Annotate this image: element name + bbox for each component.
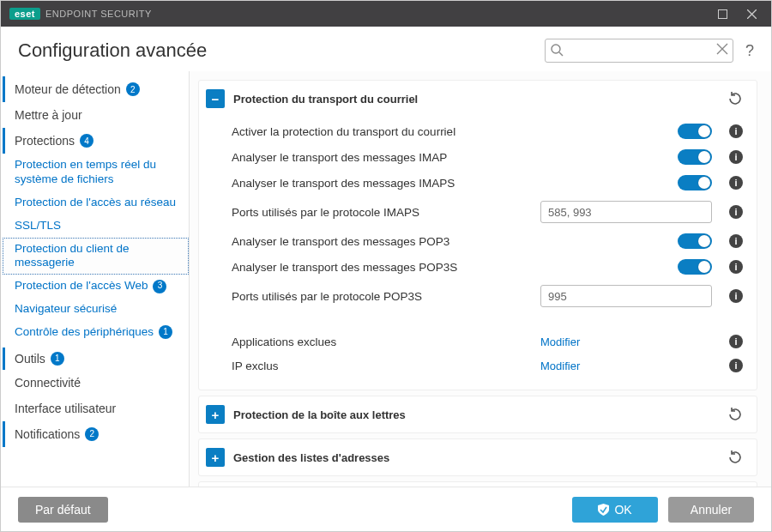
toggle-imap[interactable]	[678, 149, 712, 165]
titlebar: eset ENDPOINT SECURITY	[1, 1, 771, 27]
default-button[interactable]: Par défaut	[18, 497, 108, 523]
info-icon[interactable]: i	[729, 289, 743, 303]
search-input[interactable]	[545, 39, 733, 63]
sidebar-sub-realtime-fs[interactable]: Protection en temps réel du système de f…	[3, 154, 189, 191]
info-icon[interactable]: i	[729, 260, 743, 274]
window-maximize-icon[interactable]	[708, 1, 737, 27]
panel-header[interactable]: Protection du transport du courriel	[199, 81, 757, 117]
sidebar-sub-mail-client[interactable]: Protection du client de messagerie	[3, 238, 189, 275]
product-name: ENDPOINT SECURITY	[45, 9, 152, 19]
search-field	[545, 39, 733, 63]
sidebar-item-label: Protections	[15, 134, 75, 148]
panel-title: Protection du transport du courriel	[233, 93, 719, 106]
panel-header[interactable]: Protection de la boîte aux lettres	[199, 396, 757, 432]
sidebar-item-label: Notifications	[15, 427, 80, 441]
header: Configuration avancée ?	[1, 27, 771, 71]
toggle-pop3[interactable]	[678, 233, 712, 249]
sidebar-item-protections[interactable]: Protections 4	[3, 128, 189, 154]
badge: 4	[80, 134, 93, 148]
toggle-enable-transport[interactable]	[678, 124, 712, 139]
cancel-button[interactable]: Annuler	[668, 497, 754, 523]
info-icon[interactable]: i	[729, 359, 743, 372]
ok-button[interactable]: OK	[572, 497, 658, 523]
info-icon[interactable]: i	[729, 150, 743, 164]
sidebar-item-connectivity[interactable]: Connectivité	[3, 370, 189, 396]
row-imap: Analyser le transport des messages IMAP …	[232, 144, 743, 170]
row-pop3s-ports: Ports utilisés par le protocole POP3S i	[232, 280, 743, 312]
input-imaps-ports[interactable]	[540, 201, 712, 223]
content: Protection du transport du courriel Acti…	[190, 71, 771, 487]
app-window: eset ENDPOINT SECURITY Configuration ava…	[0, 0, 772, 532]
row-pop3: Analyser le transport des messages POP3 …	[232, 228, 743, 254]
info-icon[interactable]: i	[729, 124, 743, 138]
row-enable-transport: Activer la protection du transport du co…	[232, 118, 743, 144]
body: Moteur de détection 2 Mettre à jour Prot…	[1, 71, 771, 487]
panel-mailbox: Protection de la boîte aux lettres	[198, 396, 757, 433]
svg-rect-0	[718, 9, 727, 18]
reset-icon[interactable]	[727, 91, 743, 106]
row-pop3s: Analyser le transport des messages POP3S…	[232, 254, 743, 280]
sidebar-item-notifications[interactable]: Notifications 2	[3, 421, 189, 447]
panel-mail-transport: Protection du transport du courriel Acti…	[198, 80, 757, 390]
info-icon[interactable]: i	[729, 176, 743, 190]
info-icon[interactable]: i	[729, 234, 743, 248]
shield-icon	[598, 504, 609, 516]
clear-search-icon[interactable]	[716, 43, 728, 55]
modify-ip-excluded[interactable]: Modifier	[540, 360, 712, 372]
badge: 1	[51, 352, 64, 366]
sidebar-item-tools[interactable]: Outils 1	[3, 348, 189, 370]
sidebar-item-label: Connectivité	[15, 376, 81, 390]
modify-apps-excluded[interactable]: Modifier	[540, 336, 712, 348]
info-icon[interactable]: i	[729, 205, 743, 219]
search-icon	[550, 43, 564, 57]
sidebar-item-label: Outils	[15, 352, 45, 366]
row-imaps: Analyser le transport des messages IMAPS…	[232, 170, 743, 196]
badge: 2	[85, 427, 99, 441]
window-close-icon[interactable]	[737, 1, 766, 27]
sidebar-sub-network-access[interactable]: Protection de l'accès au réseau	[3, 191, 189, 215]
sidebar-sub-device-control[interactable]: Contrôle des périphériques 1	[3, 321, 189, 344]
collapse-icon[interactable]	[206, 89, 225, 108]
panel-title: Protection de la boîte aux lettres	[233, 408, 719, 421]
badge: 1	[159, 325, 172, 339]
sidebar-item-label: Mettre à jour	[15, 108, 82, 122]
panel-address-lists: Gestion des listes d'adresses	[198, 438, 757, 476]
page-title: Configuration avancée	[18, 39, 545, 62]
sidebar: Moteur de détection 2 Mettre à jour Prot…	[1, 71, 190, 487]
expand-icon[interactable]	[206, 448, 225, 467]
sidebar-sub-web-access[interactable]: Protection de l'accès Web 3	[3, 275, 189, 298]
help-icon[interactable]: ?	[745, 42, 754, 60]
panel-title: Gestion des listes d'adresses	[233, 451, 719, 464]
sidebar-sub-secure-browser[interactable]: Navigateur sécurisé	[3, 298, 189, 321]
input-pop3s-ports[interactable]	[540, 285, 712, 307]
brand: eset ENDPOINT SECURITY	[9, 8, 152, 20]
info-icon[interactable]: i	[729, 335, 743, 348]
svg-point-1	[552, 45, 560, 53]
row-ip-excluded: IP exclus Modifier i	[232, 354, 743, 378]
sidebar-sub-ssltls[interactable]: SSL/TLS	[3, 215, 189, 238]
badge: 3	[153, 280, 166, 293]
sidebar-item-detection-engine[interactable]: Moteur de détection 2	[3, 76, 189, 102]
sidebar-item-ui[interactable]: Interface utilisateur	[3, 396, 189, 421]
reset-icon[interactable]	[727, 450, 743, 465]
panel-header[interactable]: Gestion des listes d'adresses	[199, 439, 757, 475]
sidebar-item-update[interactable]: Mettre à jour	[3, 102, 189, 128]
brand-mark: eset	[9, 8, 40, 20]
reset-icon[interactable]	[727, 407, 743, 422]
toggle-imaps[interactable]	[678, 175, 712, 190]
expand-icon[interactable]	[206, 405, 225, 424]
sidebar-item-label: Moteur de détection	[15, 82, 121, 96]
footer: Par défaut OK Annuler	[1, 487, 771, 531]
badge: 2	[126, 82, 140, 96]
toggle-pop3s[interactable]	[678, 259, 712, 275]
row-imaps-ports: Ports utilisés par le protocole IMAPS i	[232, 196, 743, 228]
row-apps-excluded: Applications exclues Modifier i	[232, 329, 743, 354]
sidebar-item-label: Interface utilisateur	[15, 402, 116, 415]
